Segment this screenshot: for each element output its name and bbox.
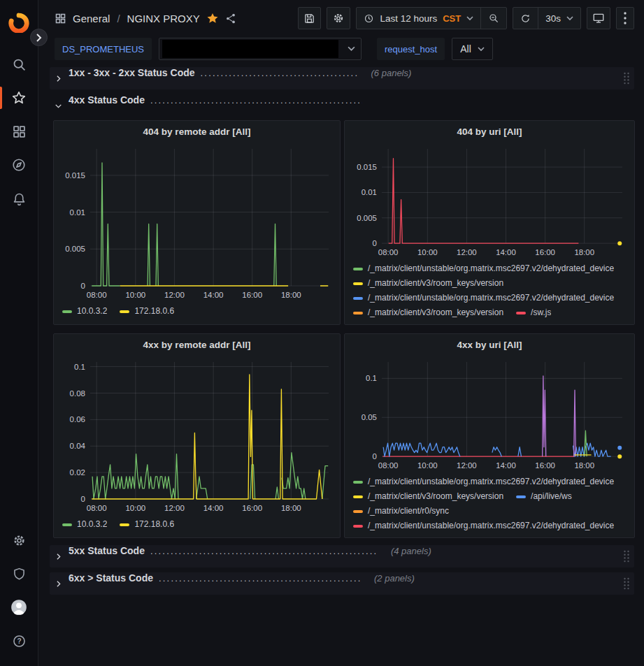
panel-title[interactable]: 404 by remote addr [All] xyxy=(59,125,334,139)
row-4xx-status-code[interactable]: 4xx Status Code ........................… xyxy=(50,94,634,117)
legend-swatch xyxy=(353,525,363,528)
tv-mode-button[interactable] xyxy=(587,7,610,29)
favorite-star-button[interactable] xyxy=(206,12,219,24)
time-range-picker[interactable]: Last 12 hours CST xyxy=(357,8,480,29)
legend-label: 10.0.3.2 xyxy=(77,517,107,532)
panel-title[interactable]: 4xx by uri [All] xyxy=(350,338,629,352)
legend-item[interactable]: /_matrix/client/v3/room_keys/version xyxy=(353,305,503,319)
time-series-chart[interactable]: 08:0010:0012:0014:0016:0018:0000.020.040… xyxy=(59,352,336,517)
panel-title[interactable]: 4xx by remote addr [All] xyxy=(59,338,334,352)
panel-title[interactable]: 404 by uri [All] xyxy=(350,125,629,139)
datasource-variable-label: DS_PROMETHEUS xyxy=(55,38,152,60)
y-tick-label: 0.015 xyxy=(65,171,85,180)
refresh-icon xyxy=(520,13,531,24)
x-tick-label: 16:00 xyxy=(242,291,262,299)
sidebar-item-configuration[interactable] xyxy=(0,523,38,557)
dashboards-grid-icon xyxy=(12,124,27,139)
row-6xx-status-code[interactable]: 6xx > Status Code ......................… xyxy=(50,572,634,595)
x-tick-label: 12:00 xyxy=(457,248,477,256)
legend-label: /sw.js xyxy=(531,305,551,319)
chevron-down-icon xyxy=(348,46,355,52)
sidebar-item-search[interactable] xyxy=(0,48,38,81)
zoom-out-button[interactable] xyxy=(480,8,506,29)
grafana-logo-icon xyxy=(8,12,29,33)
y-tick-label: 0 xyxy=(81,282,85,290)
legend-item[interactable]: /_matrix/client/unstable/org.matrix.msc2… xyxy=(353,519,614,532)
host-variable-label: request_host xyxy=(377,38,445,60)
legend-item[interactable]: /_matrix/client/unstable/org.matrix.msc2… xyxy=(353,261,614,276)
x-tick-label: 18:00 xyxy=(574,461,594,470)
chevron-down-icon xyxy=(478,47,485,52)
row-1xx-3xx-2xx-status-code[interactable]: 1xx - 3xx - 2xx Status Code ............… xyxy=(50,67,634,89)
legend-swatch xyxy=(516,495,526,498)
x-tick-label: 10:00 xyxy=(125,504,145,512)
legend-item[interactable]: 172.18.0.6 xyxy=(120,517,174,532)
time-series-chart[interactable]: 08:0010:0012:0014:0016:0018:0000.050.1 xyxy=(350,352,630,475)
compass-icon xyxy=(11,157,27,173)
x-tick-label: 12:00 xyxy=(457,461,477,470)
sidebar-item-dashboards[interactable] xyxy=(0,115,38,148)
drag-handle[interactable] xyxy=(623,577,630,591)
legend-item[interactable]: 10.0.3.2 xyxy=(62,304,107,319)
chevron-right-icon xyxy=(36,34,42,42)
y-tick-label: 0 xyxy=(373,239,377,247)
refresh-button[interactable] xyxy=(513,8,538,29)
legend-item[interactable]: /_matrix/client/v3/room_keys/version xyxy=(353,489,503,504)
legend-item[interactable]: /api/live/ws xyxy=(516,489,572,504)
panel-4xx-by-remote-addr: 4xx by remote addr [All] 08:0010:0012:00… xyxy=(53,333,341,538)
legend-item[interactable]: 10.0.3.2 xyxy=(62,517,107,532)
legend-label: /_matrix/client/v3/room_keys/version xyxy=(368,305,503,319)
chevron-down-icon xyxy=(466,16,473,21)
main-content: General / NGINX PROXY xyxy=(39,0,644,666)
drag-handle[interactable] xyxy=(623,549,630,563)
sidebar-item-server-admin[interactable] xyxy=(0,557,38,591)
dashboard-settings-button[interactable] xyxy=(327,7,350,29)
sidebar-expand-button[interactable] xyxy=(30,29,48,46)
x-tick-label: 10:00 xyxy=(417,461,438,470)
legend-item[interactable]: /_matrix/client/unstable/org.matrix.msc2… xyxy=(353,475,614,489)
y-tick-label: 0.1 xyxy=(366,374,377,382)
x-tick-label: 08:00 xyxy=(378,461,399,470)
refresh-group: 30s xyxy=(513,7,581,29)
legend-item[interactable]: /_matrix/client/r0/sync xyxy=(353,504,449,519)
host-variable-dropdown[interactable]: All xyxy=(452,38,493,60)
gear-icon xyxy=(332,12,345,24)
sidebar-item-alerting[interactable] xyxy=(0,182,38,215)
legend-swatch xyxy=(353,282,363,285)
legend-item[interactable]: /_matrix/client/unstable/org.matrix.msc2… xyxy=(353,291,614,305)
save-dashboard-button[interactable] xyxy=(298,7,321,29)
legend-item[interactable]: 172.18.0.6 xyxy=(120,304,174,319)
row-title-dots: ........................................… xyxy=(159,573,362,584)
series-line xyxy=(543,376,576,456)
sidebar-item-starred[interactable] xyxy=(0,81,38,115)
share-icon xyxy=(225,13,237,24)
svg-text:?: ? xyxy=(17,637,21,645)
monitor-icon xyxy=(592,12,605,24)
variables-submenu: DS_PROMETHEUS request_host All xyxy=(39,36,644,67)
breadcrumb-separator: / xyxy=(117,13,120,24)
refresh-interval-dropdown[interactable]: 30s xyxy=(538,8,580,29)
series-line xyxy=(383,443,610,456)
host-variable-value: All xyxy=(460,43,471,55)
time-series-chart[interactable]: 08:0010:0012:0014:0016:0018:0000.0050.01… xyxy=(350,139,630,261)
row-panel-count: (4 panels) xyxy=(391,546,431,556)
drag-handle[interactable] xyxy=(623,71,630,85)
time-series-chart[interactable]: 08:0010:0012:0014:0016:0018:0000.0050.01… xyxy=(59,139,336,304)
legend-label: /_matrix/client/r0/sync xyxy=(368,504,449,519)
sidebar-item-help[interactable]: ? xyxy=(0,624,38,658)
row-5xx-status-code[interactable]: 5xx Status Code ........................… xyxy=(50,545,634,567)
legend-item[interactable]: /sw.js xyxy=(516,305,551,319)
legend-swatch xyxy=(353,481,363,484)
more-options-button[interactable] xyxy=(616,7,634,29)
sidebar-item-explore[interactable] xyxy=(0,148,38,182)
sidebar-item-profile[interactable] xyxy=(0,591,38,624)
panel-404-by-uri: 404 by uri [All] 08:0010:0012:0014:0016:… xyxy=(344,120,635,325)
datasource-variable-dropdown[interactable] xyxy=(159,38,362,60)
legend-item[interactable]: /_matrix/client/v3/room_keys/version xyxy=(353,276,503,291)
dashboard-header: General / NGINX PROXY xyxy=(39,0,644,36)
refresh-interval-label: 30s xyxy=(545,13,561,24)
time-picker-group: Last 12 hours CST xyxy=(356,7,507,29)
share-button[interactable] xyxy=(225,13,237,24)
breadcrumb-folder[interactable]: General xyxy=(73,13,110,24)
x-tick-label: 16:00 xyxy=(242,504,262,512)
